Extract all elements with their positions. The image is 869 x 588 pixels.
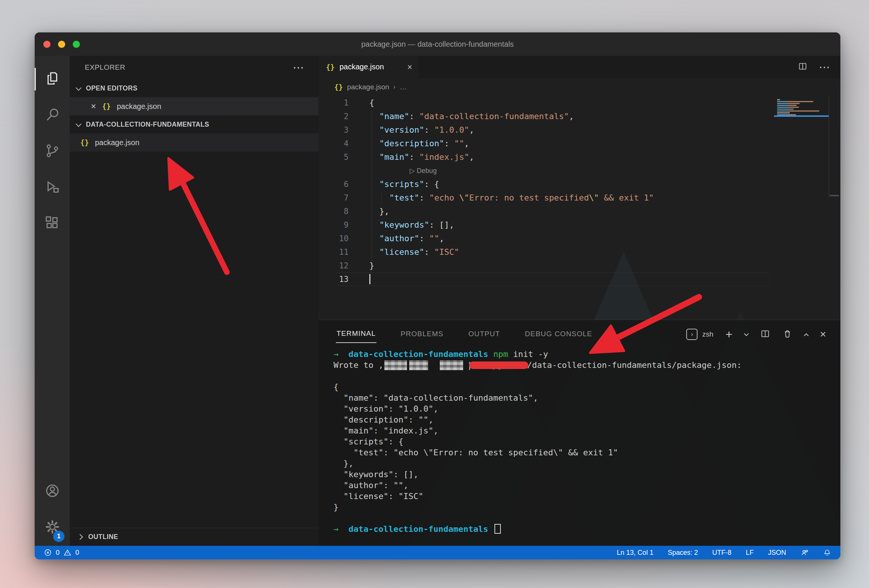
close-panel-icon[interactable]: × bbox=[820, 328, 826, 340]
prompt-arrow: → bbox=[334, 524, 338, 534]
extensions-icon bbox=[44, 215, 60, 233]
tab-problems[interactable]: PROBLEMS bbox=[400, 326, 444, 343]
code-line[interactable]: 12} bbox=[318, 259, 840, 273]
window-title: package.json — data-collection-fundament… bbox=[361, 40, 514, 49]
terminal-dropdown-icon[interactable] bbox=[744, 331, 749, 336]
explorer-activity-button[interactable] bbox=[35, 61, 70, 97]
search-activity-button[interactable] bbox=[35, 97, 70, 133]
code-lines: 1{2 "name": "data-collection-fundamental… bbox=[318, 96, 840, 286]
terminal-output-line: }, bbox=[334, 458, 840, 469]
chevron-down-icon bbox=[76, 121, 82, 127]
cursor-position[interactable]: Ln 13, Col 1 bbox=[617, 549, 653, 557]
terminal-output-line: } bbox=[334, 502, 840, 513]
language-mode[interactable]: JSON bbox=[768, 549, 786, 557]
minimize-window-button[interactable] bbox=[58, 41, 65, 48]
file-item-package-json[interactable]: {} package.json bbox=[70, 133, 318, 152]
explorer-more-actions-button[interactable]: ⋯ bbox=[293, 64, 305, 71]
panel-tab-bar: TERMINAL PROBLEMS OUTPUT DEBUG CONSOLE ›… bbox=[318, 320, 840, 349]
bell-icon[interactable] bbox=[823, 548, 831, 557]
terminal-output-line: "author": "", bbox=[334, 480, 840, 491]
outline-section-header[interactable]: OUTLINE bbox=[70, 528, 318, 546]
breadcrumb-symbol[interactable]: … bbox=[400, 83, 407, 91]
code-line[interactable]: ▷ Debug bbox=[318, 164, 840, 178]
terminal-output-line: "description": "", bbox=[334, 414, 840, 425]
command-program: npm bbox=[493, 349, 508, 359]
code-line[interactable]: 6 "scripts": { bbox=[318, 178, 840, 191]
code-line[interactable]: 5 "main": "index.js", bbox=[318, 150, 840, 164]
tab-package-json[interactable]: {} package.json × bbox=[318, 56, 418, 78]
eol-setting[interactable]: LF bbox=[746, 549, 754, 557]
account-icon bbox=[44, 483, 60, 500]
editor-cursor bbox=[369, 274, 370, 284]
json-file-icon: {} bbox=[102, 102, 111, 110]
terminal-cursor bbox=[494, 524, 501, 534]
explorer-sidebar: EXPLORER ⋯ OPEN EDITORS × {} package.jso… bbox=[70, 56, 318, 546]
terminal-output-line: "main": "index.js", bbox=[334, 425, 840, 436]
run-debug-icon bbox=[44, 179, 60, 196]
open-editor-file-label: package.json bbox=[117, 102, 161, 111]
settings-button[interactable]: 1 bbox=[35, 510, 70, 546]
warnings-icon[interactable] bbox=[63, 548, 72, 557]
title-bar: package.json — data-collection-fundament… bbox=[35, 32, 840, 56]
chevron-right-icon bbox=[77, 534, 83, 540]
tab-terminal[interactable]: TERMINAL bbox=[336, 326, 376, 343]
code-line[interactable]: 1{ bbox=[318, 96, 840, 110]
terminal-content[interactable]: → data-collection-fundamentals npm init … bbox=[318, 349, 840, 546]
tab-output[interactable]: OUTPUT bbox=[468, 326, 501, 343]
scrollbar-marker[interactable] bbox=[830, 195, 839, 196]
pixelated-redaction bbox=[440, 360, 463, 370]
tab-debug-console[interactable]: DEBUG CONSOLE bbox=[524, 326, 593, 343]
encoding-setting[interactable]: UTF-8 bbox=[712, 549, 731, 557]
close-window-button[interactable] bbox=[43, 41, 50, 48]
open-editor-item-package-json[interactable]: × {} package.json bbox=[70, 97, 318, 115]
bottom-panel: TERMINAL PROBLEMS OUTPUT DEBUG CONSOLE ›… bbox=[318, 320, 840, 546]
code-line[interactable]: 8 }, bbox=[318, 205, 840, 218]
code-line[interactable]: 7 "test": "echo \"Error: no test specifi… bbox=[318, 191, 840, 205]
code-line[interactable]: 4 "description": "", bbox=[318, 137, 840, 150]
run-debug-activity-button[interactable] bbox=[35, 170, 70, 206]
zoom-window-button[interactable] bbox=[73, 41, 80, 48]
tab-label: package.json bbox=[340, 63, 384, 71]
extensions-activity-button[interactable] bbox=[35, 206, 70, 242]
code-line[interactable]: 11 "license": "ISC" bbox=[318, 245, 840, 259]
code-line[interactable]: 10 "author": "", bbox=[318, 232, 840, 245]
chevron-down-icon bbox=[76, 85, 82, 91]
terminal-output-line: "test": "echo \"Error: no test specified… bbox=[334, 447, 840, 458]
indentation-setting[interactable]: Spaces: 2 bbox=[668, 549, 698, 557]
new-terminal-button[interactable]: + bbox=[725, 328, 733, 341]
feedback-icon[interactable] bbox=[800, 548, 809, 557]
errors-icon[interactable] bbox=[44, 548, 52, 557]
command-args: init -y bbox=[508, 349, 548, 359]
close-editor-icon[interactable]: × bbox=[91, 102, 96, 111]
breadcrumb[interactable]: {} package.json › … bbox=[318, 78, 840, 96]
kill-terminal-icon[interactable] bbox=[782, 329, 793, 340]
code-line[interactable]: 2 "name": "data-collection-fundamentals"… bbox=[318, 110, 840, 123]
traffic-lights bbox=[43, 41, 80, 48]
code-line[interactable]: 9 "keywords": [], bbox=[318, 218, 840, 232]
breadcrumb-file[interactable]: package.json bbox=[347, 83, 389, 91]
maximize-panel-icon[interactable] bbox=[804, 333, 809, 338]
split-editor-icon[interactable] bbox=[798, 61, 808, 73]
warning-count[interactable]: 0 bbox=[75, 549, 79, 557]
vscode-window: package.json — data-collection-fundament… bbox=[35, 32, 840, 559]
minimap-border bbox=[829, 96, 829, 198]
minimap[interactable] bbox=[774, 97, 829, 119]
split-terminal-icon[interactable] bbox=[760, 329, 770, 340]
desktop: package.json — data-collection-fundament… bbox=[0, 0, 869, 588]
source-control-activity-button[interactable] bbox=[35, 133, 70, 170]
npm-init-output: { "name": "data-collection-fundamentals"… bbox=[334, 381, 840, 513]
editor-more-actions-button[interactable]: ⋯ bbox=[819, 60, 831, 74]
files-icon bbox=[44, 70, 60, 88]
workspace-section-header[interactable]: DATA-COLLECTION-FUNDAMENTALS bbox=[70, 115, 318, 133]
prompt-arrow: → bbox=[334, 349, 338, 359]
code-editor[interactable]: 1{2 "name": "data-collection-fundamental… bbox=[318, 96, 840, 320]
error-count[interactable]: 0 bbox=[56, 549, 60, 557]
code-line[interactable]: 3 "version": "1.0.0", bbox=[318, 123, 840, 137]
accounts-button[interactable] bbox=[35, 473, 70, 510]
code-line[interactable]: 13 bbox=[318, 273, 840, 286]
terminal-shell-selector[interactable]: › zsh bbox=[686, 329, 713, 340]
pixelated-redaction bbox=[409, 360, 428, 370]
open-editors-section-header[interactable]: OPEN EDITORS bbox=[70, 79, 318, 97]
terminal-output-line: "name": "data-collection-fundamentals", bbox=[334, 392, 840, 403]
close-tab-icon[interactable]: × bbox=[407, 63, 412, 72]
